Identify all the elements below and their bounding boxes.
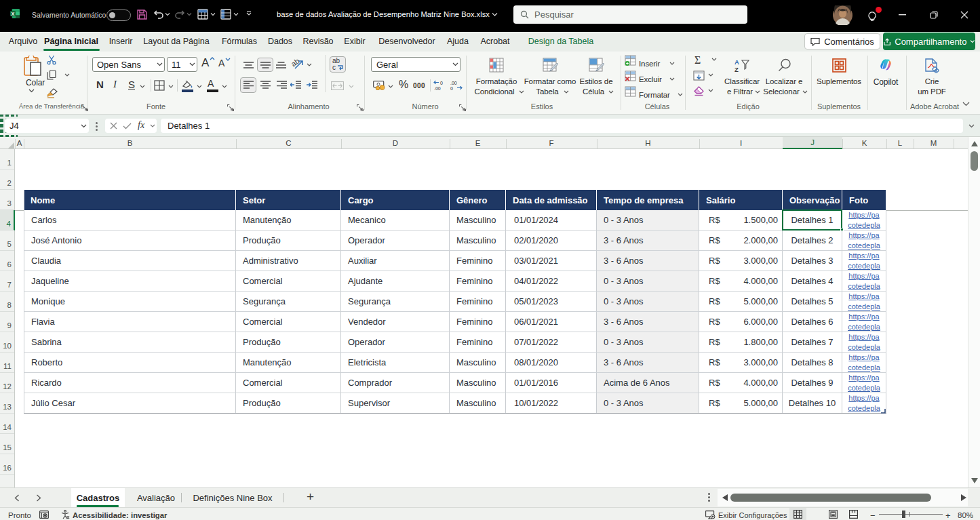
svg-text:.00: .00	[434, 86, 441, 91]
svg-text:0: 0	[450, 86, 453, 91]
svg-text:Z: Z	[734, 66, 739, 73]
svg-text:X: X	[12, 11, 15, 17]
svg-text:.00: .00	[450, 81, 457, 85]
svg-text:0: 0	[440, 81, 443, 85]
svg-text:A: A	[734, 58, 739, 66]
